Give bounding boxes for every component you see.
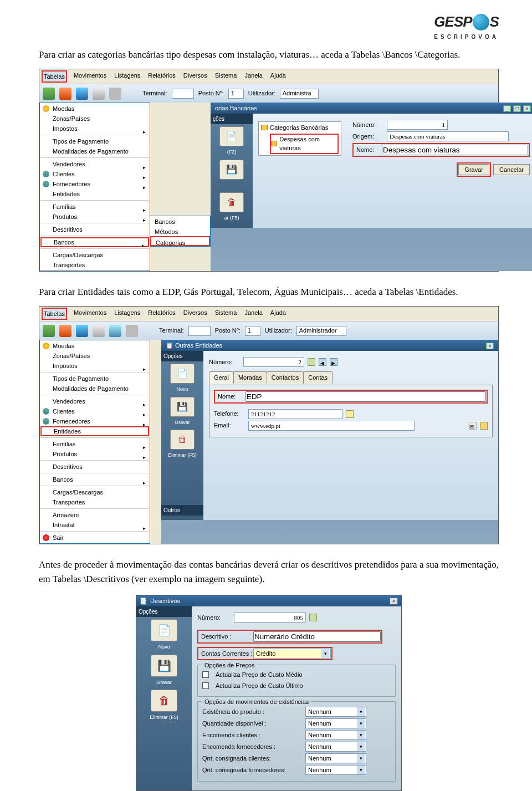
mi-vendedores[interactable]: Vendedores	[40, 396, 149, 406]
menu-ajuda[interactable]: Ajuda	[269, 70, 287, 83]
close-button[interactable]: ×	[390, 598, 398, 605]
nome-input[interactable]	[382, 145, 528, 155]
menu-tabelas[interactable]: Tabelas	[42, 308, 67, 320]
novo-icon[interactable]: 📄	[151, 619, 177, 641]
numero-input[interactable]	[243, 357, 304, 367]
telefone-input[interactable]	[248, 409, 342, 419]
menu-movimentos[interactable]: Movimentos	[73, 308, 108, 320]
mi-bancos[interactable]: Bancos	[40, 474, 149, 484]
email-input[interactable]	[248, 421, 415, 431]
mi-impostos[interactable]: Impostos	[40, 361, 149, 371]
mi-zonas[interactable]: Zonas/Países	[40, 114, 149, 124]
max-button[interactable]: □	[513, 105, 521, 112]
mi-cargas[interactable]: Cargas/Descargas	[40, 250, 149, 260]
submenu-bancos[interactable]: Bancos	[150, 216, 210, 226]
mi-armazem[interactable]: Armazém	[40, 510, 149, 520]
dd-quantidade[interactable]: Nenhum	[305, 718, 366, 728]
menu-janela[interactable]: Janela	[243, 308, 263, 320]
gravar-icon[interactable]: 💾	[151, 655, 177, 677]
checkbox-custo-medio[interactable]	[202, 671, 209, 678]
checkbox-custo-ultimo[interactable]	[202, 682, 209, 689]
dd-cons-clientes[interactable]: Nenhum	[305, 753, 366, 763]
tab-geral[interactable]: Geral	[209, 371, 234, 384]
mi-sair[interactable]: Sair	[40, 533, 149, 543]
toolbar-icon-4[interactable]	[93, 325, 105, 337]
mi-transportes[interactable]: Transportes	[40, 260, 149, 270]
next-icon[interactable]: ►	[330, 358, 337, 366]
save-icon[interactable]: 💾	[219, 160, 244, 180]
mi-cargas[interactable]: Cargas/Descargas	[40, 487, 149, 497]
dd-existencia[interactable]: Nenhum	[305, 707, 366, 717]
mi-fornecedores[interactable]: Fornecedores	[40, 179, 149, 189]
menu-diversos[interactable]: Diversos	[182, 308, 208, 320]
contas-dropdown[interactable]: Crédito	[253, 649, 331, 659]
mi-intrastat[interactable]: Intrastat	[40, 520, 149, 530]
tab-moradas[interactable]: Moradas	[233, 371, 267, 384]
dd-enc-clientes[interactable]: Nenhum	[305, 730, 366, 740]
submenu-metodos[interactable]: Métodos	[150, 226, 210, 236]
mi-entidades[interactable]: Entidades	[40, 189, 149, 199]
mi-familias[interactable]: Famílias	[40, 202, 149, 212]
close-button[interactable]: ×	[523, 105, 531, 112]
dd-cons-fornecedores[interactable]: Nenhum	[305, 765, 366, 775]
toolbar-icon-2[interactable]	[59, 325, 71, 337]
menu-sistema[interactable]: Sistema	[214, 70, 238, 83]
mi-tipos-pagamento[interactable]: Tipos de Pagamento	[40, 374, 149, 384]
menu-tabelas[interactable]: Tabelas	[42, 70, 67, 83]
nome-input[interactable]	[245, 391, 486, 402]
menu-movimentos[interactable]: Movimentos	[73, 70, 108, 83]
mi-zonas[interactable]: Zonas/Países	[40, 351, 149, 361]
mi-familias[interactable]: Famílias	[40, 439, 149, 449]
eliminar-icon[interactable]: 🗑	[151, 690, 177, 712]
numero-input[interactable]	[234, 613, 306, 622]
close-button[interactable]: ×	[486, 343, 494, 349]
gravar-icon[interactable]: 💾	[170, 397, 195, 417]
novo-icon[interactable]: 📄	[170, 364, 195, 384]
min-button[interactable]: _	[503, 105, 511, 112]
toolbar-icon-3[interactable]	[76, 88, 88, 100]
menu-relatorios[interactable]: Relatórios	[147, 308, 177, 320]
toolbar-printer-icon[interactable]	[109, 88, 121, 100]
mail-icon[interactable]: ✉	[469, 422, 477, 430]
numero-input[interactable]	[387, 120, 448, 130]
descritivo-input[interactable]	[253, 631, 381, 642]
mi-bancos[interactable]: Bancos	[40, 237, 149, 247]
mi-moedas[interactable]: Moedas	[40, 104, 149, 114]
mi-fornecedores[interactable]: Fornecedores	[40, 416, 149, 426]
mi-impostos[interactable]: Impostos	[40, 124, 149, 134]
mi-clientes[interactable]: Clientes	[40, 406, 149, 416]
mi-modalidades[interactable]: Modalidades de Pagamento	[40, 146, 149, 156]
toolbar-icon-4[interactable]	[93, 88, 105, 100]
toolbar-icon-5[interactable]	[109, 325, 121, 337]
gravar-button[interactable]: Gravar	[458, 164, 489, 175]
mi-descritivos[interactable]: Descritivos	[40, 462, 149, 472]
menu-listagens[interactable]: Listagens	[113, 70, 141, 83]
mi-tipos-pagamento[interactable]: Tipos de Pagamento	[40, 136, 149, 146]
mi-produtos[interactable]: Produtos	[40, 212, 149, 222]
tab-contactos[interactable]: Contactos	[267, 371, 304, 384]
mi-moedas[interactable]: Moedas	[40, 341, 149, 351]
tab-contas[interactable]: Contas	[303, 371, 332, 384]
menu-sistema[interactable]: Sistema	[214, 308, 238, 320]
mi-transportes[interactable]: Transportes	[40, 497, 149, 507]
delete-icon[interactable]: 🗑	[219, 192, 244, 212]
lookup-icon[interactable]	[309, 614, 317, 621]
category-tree[interactable]: Categorias Bancárias Despesas com viatur…	[258, 121, 341, 156]
mi-descritivos[interactable]: Descritivos	[40, 224, 149, 234]
eliminar-icon[interactable]: 🗑	[170, 430, 195, 450]
phone-icon[interactable]	[346, 410, 354, 418]
mi-produtos[interactable]: Produtos	[40, 449, 149, 459]
toolbar-icon-1[interactable]	[43, 325, 55, 337]
dd-enc-fornecedores[interactable]: Nenhum	[305, 742, 366, 752]
menu-ajuda[interactable]: Ajuda	[269, 308, 287, 320]
toolbar-icon-2[interactable]	[59, 88, 71, 100]
toolbar-printer-icon[interactable]	[126, 325, 138, 337]
cancelar-button[interactable]: Cancelar	[493, 164, 530, 175]
globe-icon[interactable]	[480, 422, 488, 430]
menu-listagens[interactable]: Listagens	[113, 308, 141, 320]
lookup-icon[interactable]	[308, 358, 315, 366]
mi-entidades[interactable]: Entidades	[40, 426, 149, 436]
new-file-icon[interactable]: 📄	[219, 126, 244, 146]
mi-modalidades[interactable]: Modalidades de Pagamento	[40, 384, 149, 394]
toolbar-icon-3[interactable]	[76, 325, 88, 337]
